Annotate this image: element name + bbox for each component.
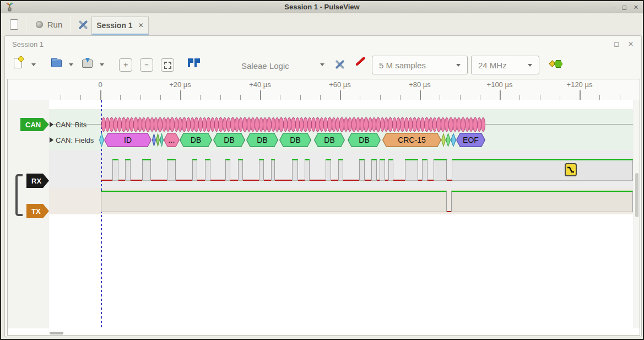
zoom-out-button[interactable]: － [140, 58, 153, 72]
ruler-major-tick [340, 90, 341, 100]
vertical-scrollbar[interactable] [634, 100, 640, 328]
flag-icon [194, 58, 197, 67]
vertical-scrollbar-handle[interactable] [635, 173, 638, 217]
decoder-row-label-fields[interactable]: CAN: Fields [56, 136, 94, 144]
decoder-field-annotation: DB [279, 133, 311, 147]
ruler-major-tick [260, 90, 261, 100]
decoder-row-label-bits[interactable]: CAN: Bits [56, 121, 86, 129]
tools-icon [77, 18, 90, 31]
chevron-down-icon [69, 63, 73, 66]
decoder-field-annotation: DB [180, 133, 212, 147]
wave-high-segment [259, 159, 264, 181]
wave-low-segment [275, 180, 292, 181]
wave-high-segment [142, 159, 151, 181]
wave-low-segment [447, 180, 452, 181]
wave-low-segment [101, 180, 112, 181]
add-decoder-button[interactable] [549, 59, 564, 69]
ruler-major-tick [500, 90, 501, 100]
zoom-in-button[interactable]: ＋ [119, 58, 132, 72]
ruler-tick-label: +20 µs [169, 80, 191, 89]
wave-high-segment [167, 159, 176, 181]
channel-group-bracket [15, 174, 23, 216]
wave-low-segment [298, 180, 305, 181]
ruler-minor-tick [380, 95, 381, 100]
trigger-marker-falling-edge[interactable] [565, 163, 577, 176]
decoder-field-label: EOF [457, 133, 484, 146]
decoder-field-label: DB [348, 133, 380, 146]
ruler-minor-tick [240, 95, 241, 100]
chevron-down-icon [456, 64, 461, 67]
close-button[interactable]: ✕ [634, 1, 638, 13]
main-toolbar: Run Session 1 ✕ [1, 14, 643, 35]
device-dropdown[interactable] [320, 63, 324, 66]
ruler-tick-label: +40 µs [249, 80, 271, 89]
dock-float-button[interactable]: ◻ [614, 40, 619, 48]
ruler-minor-tick [280, 95, 280, 100]
horizontal-scrollbar-handle[interactable] [50, 332, 63, 334]
tab-close-icon[interactable]: ✕ [138, 21, 144, 29]
session-dock: Session 1 ◻ ✕ ＋ － Saleae Logic [4, 35, 642, 337]
ruler-minor-tick [620, 95, 620, 100]
tools-icon [333, 58, 347, 71]
ruler-major-tick [100, 90, 101, 100]
ruler-minor-tick [220, 95, 221, 100]
configure-device-button[interactable] [333, 58, 347, 71]
device-selector[interactable]: Saleae Logic [241, 61, 289, 71]
dock-header: Session 1 ◻ ✕ [5, 36, 641, 51]
wave-high-segment [451, 191, 633, 212]
tab-session-1[interactable]: Session 1 ✕ [91, 17, 149, 35]
settings-button[interactable] [75, 16, 91, 33]
channels-button[interactable] [354, 60, 366, 63]
wave-high-segment [192, 159, 197, 181]
save-button[interactable] [82, 60, 93, 68]
sample-count-select[interactable]: 5 M samples [372, 56, 468, 74]
open-button[interactable] [51, 60, 62, 67]
decoder-icon [549, 59, 564, 69]
sample-count-value: 5 M samples [379, 61, 426, 70]
new-session-button[interactable] [6, 16, 22, 33]
wave-high-segment [371, 159, 377, 181]
new-file-button[interactable] [14, 58, 22, 68]
wave-high-segment [101, 191, 447, 212]
dock-close-button[interactable]: ✕ [628, 40, 634, 48]
decoder-tag-can[interactable]: CAN [20, 118, 49, 131]
decoder-field-annotation: DB [314, 133, 345, 147]
ruler-tick-label: +80 µs [409, 80, 431, 89]
save-dropdown[interactable] [100, 63, 104, 66]
wave-low-segment [418, 180, 422, 181]
wave-low-segment [331, 180, 338, 181]
wave-low-segment [393, 180, 405, 181]
wave-high-segment [292, 159, 298, 181]
ruler-tick-label: +60 µs [329, 80, 351, 89]
open-folder-icon [51, 60, 62, 67]
decoder-field-label: ... [164, 133, 178, 146]
expand-arrow-icon[interactable] [50, 122, 53, 127]
show-cursors-button[interactable] [186, 58, 199, 67]
wave-high-segment [271, 159, 275, 181]
wave-high-segment [225, 159, 230, 181]
run-button[interactable]: Run [32, 16, 66, 33]
minimize-button[interactable]: – [612, 1, 615, 13]
save-icon [82, 60, 93, 68]
wave-low-segment [197, 180, 205, 181]
title-bar: Session 1 - PulseView – ◻ ✕ [1, 1, 643, 13]
new-file-dropdown[interactable] [31, 63, 36, 66]
sample-rate-select[interactable]: 24 MHz [471, 56, 539, 74]
wave-low-segment [230, 180, 238, 181]
wave-low-segment [243, 180, 259, 181]
ruler-tick-label: 0 [98, 80, 102, 89]
ruler-minor-tick [200, 95, 201, 100]
zoom-fit-button[interactable] [161, 58, 174, 72]
new-file-icon [14, 58, 22, 68]
ruler-minor-tick [519, 95, 520, 100]
maximize-button[interactable]: ◻ [622, 1, 627, 13]
wave-low-segment [427, 180, 434, 181]
wave-high-segment [125, 159, 131, 181]
decoder-field-annotation: DB [348, 133, 381, 147]
wave-high-segment [388, 159, 393, 181]
ruler-minor-tick [120, 95, 121, 100]
window-title: Session 1 - PulseView [1, 3, 643, 11]
expand-arrow-icon[interactable] [50, 137, 53, 143]
open-dropdown[interactable] [69, 63, 73, 66]
decoder-field-annotation: DB [246, 133, 278, 147]
